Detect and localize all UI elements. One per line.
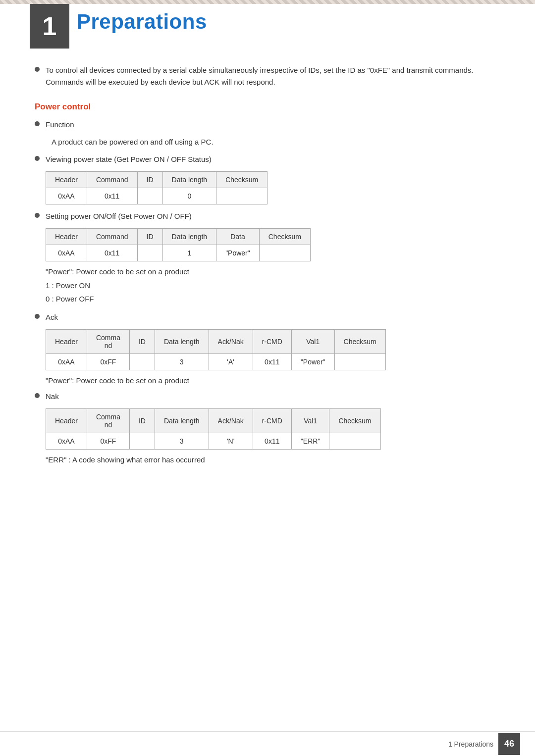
table3-cell-command: 0xFF (87, 353, 129, 370)
table2-cell-command: 0x11 (87, 245, 137, 261)
table3-header-rcmd: r-CMD (253, 329, 291, 353)
table1-cell-checksum (216, 188, 268, 204)
table2-cell-header: 0xAA (46, 245, 87, 261)
table2-header-header: Header (46, 228, 87, 245)
table-row: 0xAA 0xFF 3 'N' 0x11 "ERR" (46, 433, 381, 449)
table1: Header Command ID Data length Checksum 0… (46, 171, 268, 204)
footer-chapter-text: 1 Preparations (448, 740, 493, 748)
table3-cell-data-length: 3 (155, 353, 209, 370)
table4-cell-header: 0xAA (46, 433, 87, 449)
table3-cell-val1: "Power" (291, 353, 334, 370)
table1-header-id: ID (137, 171, 162, 188)
table3-header-val1: Val1 (291, 329, 334, 353)
table-row: 0xAA 0x11 0 (46, 188, 268, 204)
table4-header-header: Header (46, 408, 87, 433)
table1-header-header: Header (46, 171, 87, 188)
table4-cell-command: 0xFF (87, 433, 129, 449)
table2-header-checksum: Checksum (259, 228, 310, 245)
power-note1: "Power": Power code to be set on a produ… (46, 267, 500, 276)
bullet-dot-icon (35, 67, 40, 72)
list-item: To control all devices connected by a se… (35, 64, 500, 88)
table3-cell-header: 0xAA (46, 353, 87, 370)
bullet-dot-icon (35, 156, 40, 161)
bullet-dot-icon (35, 314, 40, 319)
table1-cell-header: 0xAA (46, 188, 87, 204)
table3-header-checksum: Checksum (334, 329, 385, 353)
top-accent-bar (0, 0, 535, 4)
table2-header-command: Command (87, 228, 137, 245)
function-description: A product can be powered on and off usin… (52, 136, 500, 149)
page-footer: 1 Preparations 46 (0, 731, 535, 756)
table3-header-header: Header (46, 329, 87, 353)
table2-cell-data: "Power" (216, 245, 260, 261)
table2-cell-data-length: 1 (162, 245, 216, 261)
table3-cell-rcmd: 0x11 (253, 353, 291, 370)
table2-header-id: ID (137, 228, 162, 245)
table4-header-val1: Val1 (291, 408, 329, 433)
ack-label: Ack (46, 311, 58, 323)
table1-cell-data-length: 0 (162, 188, 216, 204)
list-item-setting: Setting power ON/Off (Set Power ON / OFF… (35, 210, 500, 222)
table2-header-data-length: Data length (162, 228, 216, 245)
table3-header-command: Command (87, 329, 129, 353)
table4-cell-id (129, 433, 155, 449)
table4-header-rcmd: r-CMD (253, 408, 291, 433)
table1-header-checksum: Checksum (216, 171, 268, 188)
table1-header-command: Command (87, 171, 137, 188)
viewing-power-label: Viewing power state (Get Power ON / OFF … (46, 153, 212, 165)
table1-cell-command: 0x11 (87, 188, 137, 204)
table4-header-id: ID (129, 408, 155, 433)
table4-cell-val1: "ERR" (291, 433, 329, 449)
table3-cell-acknak: 'A' (209, 353, 253, 370)
table3-wrapper: Header Command ID Data length Ack/Nak r-… (46, 329, 500, 370)
footer-page-number: 46 (498, 733, 520, 755)
table2-cell-checksum (259, 245, 310, 261)
chapter-number-block: 1 (30, 4, 69, 49)
table4-header-command: Command (87, 408, 129, 433)
chapter-number: 1 (43, 13, 57, 39)
table4-cell-rcmd: 0x11 (253, 433, 291, 449)
list-item-ack: Ack (35, 311, 500, 323)
table4-cell-checksum (329, 433, 380, 449)
table3: Header Command ID Data length Ack/Nak r-… (46, 329, 386, 370)
table3-header-data-length: Data length (155, 329, 209, 353)
table4-header-data-length: Data length (155, 408, 209, 433)
power-on-text: 1 : Power ON (46, 279, 500, 292)
chapter-title: Preparations (77, 10, 207, 34)
table2: Header Command ID Data length Data Check… (46, 228, 311, 261)
table1-cell-id (137, 188, 162, 204)
list-item-nak: Nak (35, 391, 500, 403)
table2-cell-id (137, 245, 162, 261)
accent-note-text: To control all devices connected by a se… (46, 64, 500, 88)
table1-header-data-length: Data length (162, 171, 216, 188)
err-note: "ERR" : A code showing what error has oc… (46, 455, 500, 464)
table3-cell-checksum (334, 353, 385, 370)
list-item-function: Function (35, 119, 500, 131)
table4-cell-acknak: 'N' (209, 433, 253, 449)
power-note2: "Power": Power code to be set on a produ… (46, 376, 500, 385)
table4-header-checksum: Checksum (329, 408, 380, 433)
section-heading-power: Power control (35, 102, 500, 112)
table3-cell-id (129, 353, 155, 370)
nak-label: Nak (46, 391, 59, 403)
table1-wrapper: Header Command ID Data length Checksum 0… (46, 171, 500, 204)
function-label: Function (46, 119, 74, 131)
table4-header-acknak: Ack/Nak (209, 408, 253, 433)
bullet-dot-icon (35, 213, 40, 218)
power-off-text: 0 : Power OFF (46, 292, 500, 305)
table2-header-data: Data (216, 228, 260, 245)
table4-cell-data-length: 3 (155, 433, 209, 449)
table3-header-acknak: Ack/Nak (209, 329, 253, 353)
list-item-viewing: Viewing power state (Get Power ON / OFF … (35, 153, 500, 165)
table-row: 0xAA 0x11 1 "Power" (46, 245, 311, 261)
table4-wrapper: Header Command ID Data length Ack/Nak r-… (46, 408, 500, 450)
bullet-dot-icon (35, 393, 40, 398)
bullet-dot-icon (35, 121, 40, 126)
table3-header-id: ID (129, 329, 155, 353)
table2-wrapper: Header Command ID Data length Data Check… (46, 228, 500, 261)
table-row: 0xAA 0xFF 3 'A' 0x11 "Power" (46, 353, 386, 370)
table4: Header Command ID Data length Ack/Nak r-… (46, 408, 381, 450)
setting-power-label: Setting power ON/Off (Set Power ON / OFF… (46, 210, 192, 222)
main-content: To control all devices connected by a se… (0, 64, 535, 506)
